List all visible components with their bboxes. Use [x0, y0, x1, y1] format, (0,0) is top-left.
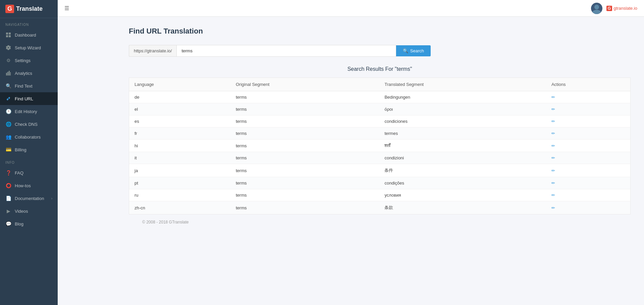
edit-icon[interactable]: ✏	[551, 193, 555, 198]
search-bar: https://gtranslate.io/ 🔍 Search	[129, 45, 431, 57]
sidebar-item-how-tos[interactable]: ⭕ How-tos	[0, 179, 58, 192]
edit-icon[interactable]: ✏	[551, 181, 555, 186]
svg-rect-5	[7, 72, 8, 75]
cell-translated: Bedingungen	[379, 91, 546, 103]
brand-logo-right: G gtranslate.io	[606, 6, 637, 11]
info-section-label: INFO	[0, 156, 58, 166]
cell-lang: ja	[129, 164, 230, 177]
sidebar-item-label-billing: Billing	[15, 147, 52, 152]
sidebar-item-collaborators[interactable]: 👥 Collaborators	[0, 131, 58, 143]
search-btn-icon: 🔍	[403, 48, 408, 53]
sidebar-item-find-url[interactable]: Find URL	[0, 92, 58, 105]
edit-icon[interactable]: ✏	[551, 168, 555, 173]
sidebar-item-dashboard[interactable]: Dashboard	[0, 29, 58, 41]
faq-icon: ❓	[5, 170, 11, 176]
sidebar-item-label-videos: Videos	[15, 209, 52, 214]
search-button[interactable]: 🔍 Search	[396, 45, 431, 56]
sidebar-item-analytics[interactable]: Analytics	[0, 67, 58, 80]
edit-icon[interactable]: ✏	[551, 155, 555, 160]
edit-icon[interactable]: ✏	[551, 205, 555, 210]
cell-original: terms	[230, 164, 379, 177]
svg-rect-7	[10, 72, 11, 75]
table-body: de terms Bedingungen ✏ el terms όροι ✏ e…	[129, 91, 631, 214]
sidebar-item-check-dns[interactable]: 🌐 Check DNS	[0, 118, 58, 131]
sidebar-logo: G Translate	[0, 0, 58, 18]
edit-icon[interactable]: ✏	[551, 143, 555, 148]
edit-icon[interactable]: ✏	[551, 131, 555, 136]
cell-lang: el	[129, 103, 230, 115]
cell-lang: pt	[129, 177, 230, 189]
globe-icon: 🌐	[5, 121, 11, 127]
sidebar-item-documentation[interactable]: 📄 Documentation ›	[0, 192, 58, 205]
sidebar: G Translate NAVIGATION Dashboard Setup W…	[0, 0, 58, 305]
sidebar-item-settings[interactable]: ⚙ Settings	[0, 54, 58, 67]
hamburger-icon[interactable]: ☰	[64, 5, 69, 11]
cell-actions: ✏	[546, 140, 631, 152]
arrow-right-icon: ›	[51, 197, 52, 200]
sidebar-item-blog[interactable]: 💬 Blog	[0, 217, 58, 230]
link-icon	[5, 96, 11, 102]
edit-icon[interactable]: ✏	[551, 107, 555, 112]
settings-icon: ⚙	[5, 57, 11, 63]
cell-lang: de	[129, 91, 230, 103]
cell-original: terms	[230, 91, 379, 103]
sidebar-item-label-find-text: Find Text	[15, 84, 52, 89]
search-input[interactable]	[176, 45, 396, 57]
svg-rect-2	[6, 35, 8, 37]
svg-point-9	[592, 10, 601, 14]
cell-actions: ✏	[546, 177, 631, 189]
main-content: Find URL Translation https://gtranslate.…	[115, 17, 644, 305]
sidebar-item-edit-history[interactable]: 🕐 Edit History	[0, 105, 58, 118]
col-original: Original Segment	[230, 78, 379, 91]
videos-icon: ▶	[5, 208, 11, 214]
nav-section-label: NAVIGATION	[0, 18, 58, 29]
sidebar-item-label-dashboard: Dashboard	[15, 33, 52, 38]
topbar: ☰ G gtranslate.io	[58, 0, 644, 17]
cell-actions: ✏	[546, 128, 631, 140]
sidebar-item-billing[interactable]: 💳 Billing	[0, 143, 58, 156]
table-row: zh-cn terms 条款 ✏	[129, 201, 631, 214]
sidebar-item-find-text[interactable]: 🔍 Find Text	[0, 80, 58, 92]
cell-actions: ✏	[546, 115, 631, 128]
search-base-url: https://gtranslate.io/	[129, 45, 176, 57]
blog-icon: 💬	[5, 221, 11, 227]
docs-icon: 📄	[5, 195, 11, 201]
avatar[interactable]	[591, 3, 602, 14]
table-row: ja terms 条件 ✏	[129, 164, 631, 177]
topbar-right: G gtranslate.io	[591, 3, 637, 14]
billing-icon: 💳	[5, 147, 11, 153]
col-language: Language	[129, 78, 230, 91]
analytics-icon	[5, 70, 11, 76]
table-row: it terms condizioni ✏	[129, 152, 631, 164]
cell-actions: ✏	[546, 164, 631, 177]
cell-translated: termes	[379, 128, 546, 140]
cell-translated: 条款	[379, 201, 546, 214]
cell-translated: όροι	[379, 103, 546, 115]
cell-actions: ✏	[546, 103, 631, 115]
cell-original: terms	[230, 201, 379, 214]
footer: © 2008 - 2018 GTranslate	[129, 214, 631, 230]
cell-lang: ru	[129, 189, 230, 201]
sidebar-item-label-setup-wizard: Setup Wizard	[15, 45, 52, 50]
col-actions: Actions	[546, 78, 631, 91]
clock-icon: 🕐	[5, 108, 11, 114]
howtos-icon: ⭕	[5, 183, 11, 189]
edit-icon[interactable]: ✏	[551, 95, 555, 100]
sidebar-item-faq[interactable]: ❓ FAQ	[0, 166, 58, 179]
cell-actions: ✏	[546, 201, 631, 214]
table-row: de terms Bedingungen ✏	[129, 91, 631, 103]
logo-text: Translate	[16, 5, 43, 12]
sidebar-item-label-collaborators: Collaborators	[15, 135, 52, 140]
cell-original: terms	[230, 115, 379, 128]
gear-icon	[5, 45, 11, 51]
sidebar-item-videos[interactable]: ▶ Videos	[0, 205, 58, 217]
edit-icon[interactable]: ✏	[551, 119, 555, 124]
svg-point-8	[594, 5, 599, 9]
table-row: es terms condiciones ✏	[129, 115, 631, 128]
cell-translated: शर्तों	[379, 140, 546, 152]
sidebar-item-setup-wizard[interactable]: Setup Wizard	[0, 41, 58, 54]
page-title: Find URL Translation	[129, 27, 631, 36]
results-title: Search Results For "terms"	[129, 66, 631, 72]
cell-translated: condiciones	[379, 115, 546, 128]
svg-rect-1	[9, 33, 11, 35]
